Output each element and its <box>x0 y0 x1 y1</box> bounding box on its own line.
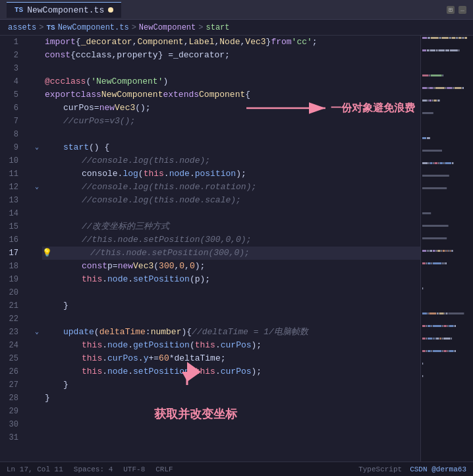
token-cls: Vec3 <box>115 102 135 115</box>
token-this-kw: this <box>82 273 102 286</box>
fold-indicator <box>32 194 42 207</box>
line-number: 28 <box>0 392 24 405</box>
token-comment: //console.log(this.node); <box>82 154 210 167</box>
more-icon: … <box>459 6 466 14</box>
token-kw: from <box>271 36 291 49</box>
token-plain: . <box>128 273 133 286</box>
token-prop: node <box>107 339 128 352</box>
editor: 1234567891011121314151617181920212223242… <box>0 36 473 461</box>
token-var: curPos <box>63 102 94 115</box>
token-plain: ( <box>190 339 195 352</box>
fold-indicator <box>32 418 42 431</box>
token-this-kw: this <box>144 167 164 181</box>
token-plain: ( <box>94 326 99 339</box>
token-plain: { <box>186 326 192 339</box>
fold-indicator <box>32 273 42 286</box>
line-number: 19 <box>0 273 24 286</box>
token-plain: . <box>190 167 195 181</box>
fold-indicator[interactable]: ⌄ <box>32 141 42 154</box>
token-kw: class <box>76 88 101 102</box>
line-number: 18 <box>0 260 24 273</box>
code-line <box>42 405 420 418</box>
token-plain: ; <box>221 352 226 365</box>
line-number: 7 <box>0 115 24 128</box>
language: TypeScript <box>358 465 402 473</box>
token-plain: ; <box>225 49 230 62</box>
fold-indicator <box>32 36 42 49</box>
token-comment: //console.log(this.node.scale); <box>82 194 241 207</box>
token-plain: ; <box>312 36 318 49</box>
code-line <box>42 128 420 141</box>
fold-indicator <box>32 339 42 352</box>
line-number: 8 <box>0 128 24 141</box>
token-comment: //deltaTime = 1/电脑帧数 <box>192 326 308 339</box>
breadcrumb-sep3: > <box>198 23 203 32</box>
fold-indicator <box>32 167 42 181</box>
token-plain: ( <box>86 75 91 88</box>
token-plain: , <box>184 36 189 49</box>
line-numbers: 1234567891011121314151617181920212223242… <box>0 36 32 461</box>
line-number: 3 <box>0 62 24 75</box>
fold-indicator <box>32 260 42 273</box>
token-plain: : <box>146 326 151 339</box>
code-line: @ccclass('NewComponent') <box>42 75 420 88</box>
line-number: 26 <box>0 365 24 378</box>
token-var: deltaTime <box>175 352 221 365</box>
fold-indicator <box>32 233 42 247</box>
token-str: 'cc' <box>292 36 312 49</box>
code-line: this.curPos.y += 60*deltaTime; <box>42 352 420 365</box>
token-kw: export <box>45 88 76 102</box>
token-plain: (); <box>135 102 150 115</box>
token-comment: //this.node.setPosition(300,0); <box>90 247 250 260</box>
lightbulb-icon[interactable]: 💡 <box>42 247 52 260</box>
token-type: number <box>151 326 182 339</box>
token-plain: . <box>164 167 169 181</box>
token-cls: Node <box>219 36 240 49</box>
ts-icon: TS <box>14 6 23 14</box>
fold-indicator <box>32 299 42 312</box>
fold-indicator <box>32 102 42 115</box>
fold-indicator[interactable]: ⌄ <box>32 181 42 194</box>
breadcrumb-assets: assets <box>8 23 36 32</box>
token-cls: _decorator <box>81 36 132 49</box>
token-plain: } <box>266 36 271 49</box>
token-this-kw: this <box>195 365 215 378</box>
line-number: 15 <box>0 220 24 233</box>
title-tab[interactable]: TS NewComponent.ts <box>7 2 121 18</box>
token-plain: , <box>184 260 190 273</box>
token-plain: } <box>63 299 69 312</box>
token-method: setPosition <box>133 273 190 286</box>
code-line: update(deltaTime: number) {//deltaTime =… <box>42 326 420 339</box>
token-plain: } <box>45 392 50 405</box>
line-number: 12 <box>0 181 24 194</box>
token-cls: Component <box>199 88 245 102</box>
token-plain: ( <box>138 167 144 181</box>
token-plain: { <box>70 49 76 62</box>
code-line: //console.log(this.node); <box>42 154 420 167</box>
line-number: 27 <box>0 378 24 392</box>
token-prop: node <box>169 167 190 181</box>
token-plain: } <box>63 378 69 392</box>
token-plain: = <box>113 260 118 273</box>
token-plain: += <box>148 352 159 365</box>
fold-indicator[interactable]: ⌄ <box>32 326 42 339</box>
fold-indicator <box>32 128 42 141</box>
line-number: 2 <box>0 49 24 62</box>
line-number: 1 <box>0 36 24 49</box>
line-number: 23 <box>0 326 24 339</box>
token-plain: = <box>94 102 99 115</box>
token-plain: . <box>128 339 133 352</box>
token-var: _decorator <box>173 49 225 62</box>
fold-indicator <box>32 378 42 392</box>
token-plain: , <box>240 36 246 49</box>
status-right: TypeScript CSDN @derma63 <box>358 465 466 473</box>
minimap <box>420 36 473 461</box>
code-line: import { _decorator, Component, Label, N… <box>42 36 420 49</box>
token-plain: , <box>174 260 179 273</box>
line-number: 6 <box>0 102 24 115</box>
code-line <box>42 207 420 220</box>
token-plain: . <box>215 339 221 352</box>
code-line <box>42 286 420 299</box>
line-number: 30 <box>0 418 24 431</box>
code-area[interactable]: import { _decorator, Component, Label, N… <box>42 36 420 461</box>
